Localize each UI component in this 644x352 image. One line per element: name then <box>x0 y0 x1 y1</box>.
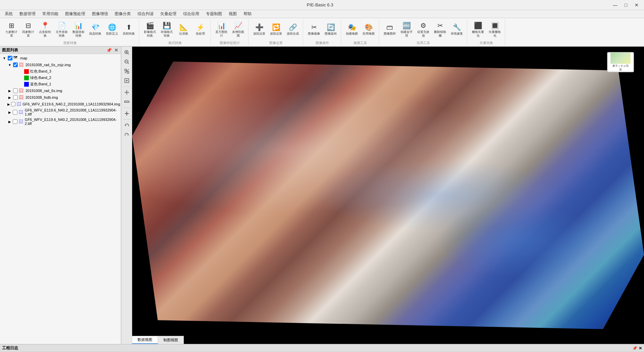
toolbar-group-imgops: ➕波段运算 🔁波段运算 🔗波段合成 图像运算 <box>249 19 303 45</box>
layer-item-fsdb[interactable]: ▶ 🖼 20191008_fsdb.img <box>6 94 120 101</box>
map-tool-undo[interactable] <box>122 121 131 130</box>
toolbar-group-imgops-items: ➕波段运算 🔁波段运算 🔗波段合成 <box>251 19 301 40</box>
map-tool-redo[interactable] <box>122 130 131 139</box>
layer-checkbox-gf6-tiff1[interactable] <box>13 110 17 115</box>
toolbar-group-utility: 🗃图像图样 🔤创建金字塔 ⚙设置无效值 ✂删除错格栅 🔧坏线修复 实用工具 <box>380 19 467 45</box>
img-icon-rad6s: 🖼 <box>19 88 24 93</box>
expand-gf6-img[interactable]: ▶ <box>7 102 10 106</box>
map-tool-add[interactable] <box>122 109 131 118</box>
log-pin[interactable]: 📌 <box>632 346 637 351</box>
map-tool-pan[interactable] <box>122 88 131 97</box>
tool-band-composite[interactable]: 🔗波段合成 <box>285 21 301 38</box>
layer-item-band-red[interactable]: 红色:Band_3 <box>11 68 120 75</box>
tool-create-mask[interactable]: 🎭创建掩膜 <box>344 21 360 38</box>
layer-item-gf6-tiff1[interactable]: ▶ 🖼 GF6_WFV_E119.6_N40.2_20191008_L1A111… <box>6 107 120 117</box>
tool-bit-depth[interactable]: 📐位深换 <box>175 21 192 38</box>
4param-icon: ⊟ <box>25 21 31 30</box>
tool-crop[interactable]: ✂图像裁像 <box>306 21 322 38</box>
tool-band-calc2[interactable]: 🔁波段运算 <box>268 21 284 38</box>
layer-panel-close[interactable]: ✕ <box>114 48 119 53</box>
layer-item-band-blue[interactable]: 蓝色:Band_1 <box>11 81 120 87</box>
tool-apply-mask[interactable]: 🎨应用掩膜 <box>361 21 377 38</box>
band-green-color <box>24 76 29 80</box>
menu-system[interactable]: 系统 <box>1 10 16 17</box>
map-viewport[interactable]: 果子ッチゃ写 英 数据视图 制图视图 <box>132 47 644 344</box>
tool-projection-def[interactable]: 🌐投影定义 <box>104 21 120 38</box>
maximize-button[interactable]: □ <box>621 1 631 9</box>
layer-checkbox-gf6-img[interactable] <box>11 102 15 106</box>
tab-layout-view[interactable]: 制图视图 <box>158 336 184 344</box>
tool-vector-to-raster[interactable]: 🔳矢量栅格化 <box>487 21 503 38</box>
layer-checkbox-gf6-tiff2[interactable] <box>13 119 17 124</box>
tool-rotate[interactable]: 🔄图像旋转 <box>323 21 339 38</box>
layer-item-map[interactable]: ▼ 🗺 map <box>1 55 120 61</box>
fix-line-icon: 🔧 <box>453 23 461 31</box>
layer-checkbox-fsdb[interactable] <box>13 95 18 100</box>
layer-item-gf6-tiff2[interactable]: ▶ 🖼 GF6_WFV_E119.6_N40.2_20191008_L1A111… <box>6 117 120 126</box>
expand-gf6-tiff1[interactable]: ▶ <box>7 110 12 115</box>
expand-gf6-tiff2[interactable]: ▶ <box>7 119 12 124</box>
menu-thematic-mapping[interactable]: 专题制图 <box>203 10 225 17</box>
toolbar-group-mask-items: 🎭创建掩膜 🎨应用掩膜 <box>344 19 377 40</box>
expand-map[interactable]: ▼ <box>2 56 7 60</box>
layer-checkbox-rad6s-zsjz[interactable] <box>13 62 18 67</box>
profile-icon: 📈 <box>234 21 243 30</box>
layer-item-gf6-img[interactable]: ▶ 🖼 GF6_WFV_E119.6_N40.2_20191008_L1A111… <box>6 101 120 107</box>
tool-histogram[interactable]: 📊直方图统计 <box>213 21 229 38</box>
svg-marker-16 <box>128 92 129 93</box>
tool-elevation-transform[interactable]: ⬆高程转换 <box>121 21 137 38</box>
svg-rect-8 <box>127 72 129 73</box>
tool-file-coord[interactable]: 📄文件坐标转换 <box>54 21 70 38</box>
undo-icon <box>124 123 129 128</box>
map-tool-full-extent[interactable] <box>122 67 131 76</box>
layer-checkbox-map[interactable] <box>8 56 12 60</box>
layer-item-rad6s[interactable]: ▶ 🖼 20191008_rad_6s.img <box>6 87 120 94</box>
tool-profile[interactable]: 📈灰增剖面图 <box>230 21 246 38</box>
menu-image-enhance[interactable]: 图像增强 <box>89 10 111 17</box>
layer-item-band-green[interactable]: 绿色:Band_2 <box>11 75 120 81</box>
close-button[interactable]: ✕ <box>632 1 641 9</box>
menu-comprehensive-application[interactable]: 综合应用 <box>180 10 203 17</box>
log-close[interactable]: ✕ <box>639 346 642 351</box>
svg-line-9 <box>125 69 129 73</box>
menu-image-classification[interactable]: 图像分类 <box>111 10 134 17</box>
tab-data-view[interactable]: 数据视图 <box>132 336 158 344</box>
menu-view[interactable]: 视图 <box>225 10 240 17</box>
tool-fix-line[interactable]: 🔧坏线修复 <box>449 21 465 38</box>
minimize-button[interactable]: — <box>610 1 620 9</box>
menu-common-functions[interactable]: 常用功能 <box>39 10 62 17</box>
layer-panel-pin[interactable]: 📌 <box>106 48 112 53</box>
tool-7param-calc[interactable]: ⊞七参数计算 <box>3 21 19 38</box>
tool-4param-calc[interactable]: ⊟四参数计算 <box>20 21 36 38</box>
menu-data-management[interactable]: 数据管理 <box>16 10 39 17</box>
menu-help[interactable]: 帮助 <box>240 10 255 17</box>
point-coord-icon: 📍 <box>41 21 49 30</box>
tool-point-coord[interactable]: 📍点坐标转换 <box>37 21 53 38</box>
map-tool-zoom-out[interactable] <box>122 57 131 66</box>
svg-marker-13 <box>126 90 127 91</box>
map-tool-zoom-in[interactable] <box>122 48 131 57</box>
menu-vector-processing[interactable]: 矢量处理 <box>157 10 180 17</box>
menu-comprehensive-judgment[interactable]: 综合判读 <box>134 10 157 17</box>
map-tool-measure[interactable] <box>122 97 131 106</box>
tool-nodata[interactable]: ⚙设置无效值 <box>415 21 431 38</box>
tool-crystal-transform[interactable]: 💎批晶转换 <box>87 21 103 38</box>
layer-item-rad6s-zsjz[interactable]: ▼ 🖼 20191008_rad_6s_zsjz.img <box>6 61 120 68</box>
tool-raster-to-vector[interactable]: ⬛栅格矢量化 <box>470 21 486 38</box>
tool-delete-grid[interactable]: ✂删除错格栅 <box>432 21 448 38</box>
tool-band-calc[interactable]: ➕波段运算 <box>251 21 267 38</box>
map-watermark: 果子ッチゃ写 英 <box>607 52 634 72</box>
layer-checkbox-rad6s[interactable] <box>13 88 18 93</box>
expand-fsdb[interactable]: ▶ <box>7 95 12 100</box>
tool-pyramid[interactable]: 🔤创建金字塔 <box>398 21 415 38</box>
menu-image-preprocessing[interactable]: 图像预处理 <box>62 10 89 17</box>
tool-image-mosaic[interactable]: 🗃图像图样 <box>382 21 398 38</box>
expand-rad6s[interactable]: ▶ <box>7 88 12 93</box>
zoom-layer-icon <box>124 78 129 83</box>
tool-batch-process[interactable]: ⚡批处理 <box>192 21 208 38</box>
tool-data-coord[interactable]: 📊数据坐标转换 <box>70 21 87 38</box>
map-tool-zoom-layer[interactable] <box>122 76 131 85</box>
tool-image-format[interactable]: 🎬影像格式转换 <box>142 21 158 38</box>
expand-rad6s-zsjz[interactable]: ▼ <box>7 62 12 67</box>
tool-storage-format[interactable]: 💾存储格式转换 <box>159 21 175 38</box>
